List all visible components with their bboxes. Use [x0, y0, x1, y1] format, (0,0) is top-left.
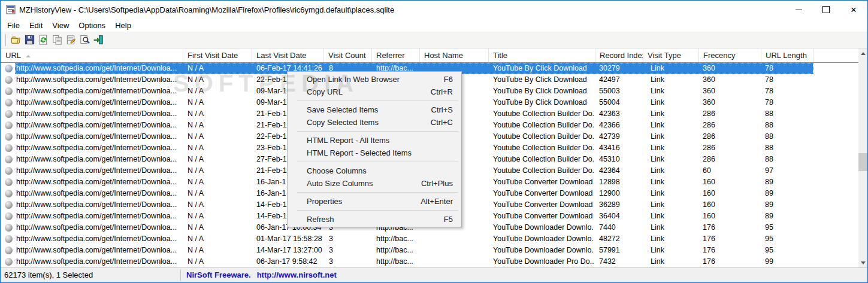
- url-sphere-icon: [5, 144, 13, 152]
- cell-vt: Link: [651, 211, 698, 222]
- menu-separator: [297, 131, 458, 132]
- menu-view[interactable]: View: [47, 20, 74, 31]
- menu-item-label: Copy URL: [307, 86, 343, 98]
- column-header-visit-type[interactable]: Visit Type: [643, 48, 699, 62]
- column-header-visit-count[interactable]: Visit Count: [324, 48, 372, 62]
- scrollbar-thumb[interactable]: [858, 153, 867, 171]
- refresh-icon[interactable]: [37, 33, 50, 47]
- column-header-title[interactable]: Title: [489, 48, 595, 62]
- menu-item-label: Save Selected Items: [307, 104, 378, 116]
- menu-item-save-selected-items[interactable]: Save Selected ItemsCtrl+S: [288, 104, 461, 116]
- column-header-first-visit-date[interactable]: First Visit Date: [183, 48, 252, 62]
- maximize-button[interactable]: [812, 1, 840, 19]
- menu-item-html-report-all-items[interactable]: HTML Report - All Items: [288, 134, 461, 147]
- cell-title: YouTube Converter Download: [493, 199, 594, 211]
- cell-fvd: N / A: [187, 74, 251, 86]
- column-header-filler: [813, 48, 860, 62]
- url-sphere-icon: [5, 156, 13, 163]
- menu-item-open-link-in-web-browser[interactable]: Open Link In Web BrowserF6: [288, 73, 461, 86]
- cell-rec: 45310: [599, 154, 642, 165]
- menu-item-html-report-selected-items[interactable]: HTML Report - Selected Items: [288, 147, 461, 159]
- menu-item-choose-columns[interactable]: Choose Columns: [288, 165, 461, 177]
- menu-item-shortcut: Ctrl+C: [431, 116, 453, 129]
- cell-url: http://www.softpedia.com/get/Internet/Do…: [16, 177, 182, 188]
- menu-options[interactable]: Options: [74, 20, 110, 31]
- cell-len: 89: [765, 211, 812, 222]
- cell-fvd: N / A: [187, 63, 251, 74]
- cell-rec: 48272: [599, 233, 642, 245]
- menu-item-label: Properties: [307, 195, 342, 208]
- cell-frec: 286: [703, 131, 758, 142]
- menu-item-shortcut: Ctrl+Plus: [421, 177, 453, 190]
- menu-item-properties[interactable]: PropertiesAlt+Enter: [288, 195, 461, 208]
- menu-item-copy-selected-items[interactable]: Copy Selected ItemsCtrl+C: [288, 116, 461, 129]
- cell-fvd: N / A: [187, 86, 251, 97]
- nirsoft-link[interactable]: http://www.nirsoft.net: [257, 270, 337, 279]
- cell-fvd: N / A: [187, 222, 251, 233]
- minimize-button[interactable]: [785, 1, 812, 19]
- column-header-url[interactable]: URL: [1, 48, 183, 62]
- menu-item-auto-size-columns[interactable]: Auto Size ColumnsCtrl+Plus: [288, 177, 461, 190]
- cell-url: http://www.softpedia.com/get/Internet/Do…: [16, 233, 182, 245]
- cell-vt: Link: [651, 131, 698, 142]
- cell-host: [421, 245, 488, 256]
- url-sphere-icon: [5, 212, 13, 220]
- properties-icon[interactable]: [64, 33, 78, 47]
- vertical-scrollbar[interactable]: [858, 48, 867, 268]
- column-header-referrer[interactable]: Referrer: [372, 48, 420, 62]
- column-header-url-length[interactable]: URL Length: [761, 48, 813, 62]
- scroll-up-arrow[interactable]: [858, 48, 867, 59]
- find-icon[interactable]: [78, 33, 92, 47]
- cell-frec: 286: [703, 154, 758, 165]
- column-header-record-index[interactable]: Record Index: [595, 48, 643, 62]
- cell-rec: 42497: [599, 74, 642, 86]
- cell-title: Youtube Collection Builder Do...: [493, 131, 594, 142]
- menu-item-shortcut: Ctrl+S: [431, 104, 453, 116]
- menu-edit[interactable]: Edit: [25, 20, 47, 31]
- cell-frec: 360: [703, 63, 758, 74]
- table-row[interactable]: http://www.softpedia.com/get/Internet/Do…: [1, 233, 860, 245]
- scroll-down-arrow[interactable]: [858, 258, 867, 268]
- cell-title: YouTube Downloader Downlo...: [493, 222, 594, 233]
- column-header-host-name[interactable]: Host Name: [420, 48, 489, 62]
- menu-help[interactable]: Help: [110, 20, 136, 31]
- cell-url: http://www.softpedia.com/get/Internet/Do…: [16, 199, 182, 211]
- table-row[interactable]: http://www.softpedia.com/get/Internet/Do…: [1, 245, 860, 256]
- cell-len: 88: [765, 131, 812, 142]
- cell-len: 97: [765, 165, 812, 177]
- save-icon[interactable]: [23, 33, 37, 47]
- menu-item-copy-url[interactable]: Copy URLCtrl+R: [288, 86, 461, 98]
- cell-url: http://www.softpedia.com/get/Internet/Do…: [16, 245, 182, 256]
- column-header-last-visit-date[interactable]: Last Visit Date: [252, 48, 324, 62]
- column-header-row: URLFirst Visit DateLast Visit DateVisit …: [1, 48, 860, 63]
- close-button[interactable]: ✕: [840, 1, 867, 19]
- maximize-icon: [822, 6, 830, 13]
- cell-vt: Link: [651, 86, 698, 97]
- cell-len: 99: [765, 256, 812, 267]
- cell-vt: Link: [651, 233, 698, 245]
- cell-len: 78: [765, 63, 812, 74]
- url-sphere-icon: [5, 133, 13, 141]
- cell-len: 95: [765, 233, 812, 245]
- menu-file[interactable]: File: [2, 20, 25, 31]
- cell-fvd: N / A: [187, 97, 251, 108]
- url-sphere-icon: [5, 167, 13, 175]
- cell-vt: Link: [651, 165, 698, 177]
- table-row[interactable]: http://www.softpedia.com/get/Internet/Do…: [1, 256, 860, 267]
- column-header-frecency[interactable]: Frecency: [699, 48, 761, 62]
- cell-vt: Link: [651, 142, 698, 154]
- cell-url: http://www.softpedia.com/get/Internet/Do…: [16, 86, 182, 97]
- open-icon[interactable]: [9, 33, 23, 47]
- cell-frec: 176: [703, 222, 758, 233]
- menu-item-shortcut: F6: [444, 73, 453, 86]
- cell-rec: 7440: [599, 222, 642, 233]
- cell-rec: 43416: [599, 142, 642, 154]
- menu-item-refresh[interactable]: RefreshF5: [288, 213, 461, 226]
- cell-frec: 160: [703, 199, 758, 211]
- copy-icon[interactable]: [50, 33, 64, 47]
- url-sphere-icon: [5, 65, 13, 72]
- cell-vt: Link: [651, 256, 698, 267]
- cell-title: YouTube By Click Download: [493, 74, 594, 86]
- exit-icon[interactable]: [92, 33, 105, 47]
- cell-vt: Link: [651, 120, 698, 131]
